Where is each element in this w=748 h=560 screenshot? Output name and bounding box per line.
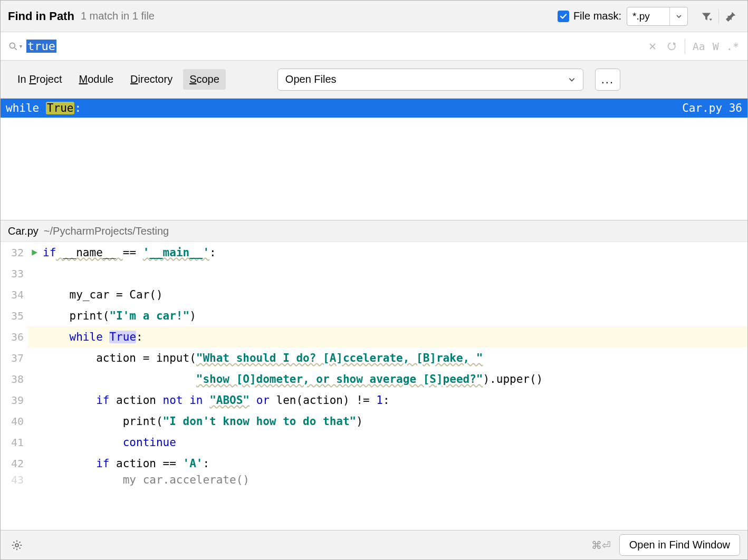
footer: ⌘⏎ Open in Find Window [1,530,747,559]
code-line: while True: [41,326,143,347]
dialog-title: Find in Path [8,9,74,23]
scope-select-value: Open Files [285,73,337,85]
line-number: 34 [1,284,28,305]
scope-bar: In Project Module Directory Scope Open F… [1,61,747,99]
code-preview[interactable]: 32 if __name__ == '__main__': 33 34 my_c… [1,242,747,530]
code-line: if __name__ == '__main__': [41,242,216,263]
code-line: action = input("What should I do? [A]cce… [41,347,483,369]
scope-more-button[interactable]: ... [595,69,620,91]
svg-marker-4 [32,249,37,256]
filemask-dropdown-button[interactable] [669,7,687,25]
scope-select[interactable]: Open Files [277,69,583,91]
line-number: 37 [1,347,28,369]
previous-search-icon[interactable] [663,37,680,55]
code-line: continue [41,432,176,453]
line-number: 33 [1,263,28,284]
run-gutter-icon[interactable] [28,249,41,256]
divider [718,9,719,24]
scope-tab-project[interactable]: In Project [11,69,69,90]
result-row[interactable]: while True: Car.py 36 [1,99,747,118]
result-text: while True: [6,102,81,114]
results-list: while True: Car.py 36 [1,99,747,220]
search-text-selected: true [26,40,56,53]
code-line: print("I don't know how to do that") [41,411,363,432]
divider [685,39,685,54]
code-line: my_car = Car() [41,284,163,305]
words-toggle[interactable]: W [709,40,722,53]
scope-tab-module[interactable]: Module [73,69,120,90]
line-number: 41 [1,432,28,453]
preview-header: Car.py ~/PycharmProjects/Testing [1,220,747,242]
line-number: 32 [1,242,28,263]
code-line: "show [O]dometer, or show average [S]pee… [41,369,543,390]
svg-point-1 [9,43,15,48]
filemask-input-group [627,7,688,26]
code-line: my_car.accelerate() [41,474,250,486]
search-icon [6,41,21,52]
case-sensitive-toggle[interactable]: Aa [689,40,708,53]
result-location: Car.py 36 [682,102,742,114]
line-number: 39 [1,390,28,411]
svg-marker-0 [709,18,713,21]
preview-path: ~/PycharmProjects/Testing [44,225,169,237]
search-input[interactable]: true [26,40,644,53]
pin-icon[interactable] [722,7,740,25]
filemask-checkbox[interactable] [558,11,569,22]
scope-tab-directory[interactable]: Directory [124,69,179,90]
code-line: if action == 'A': [41,453,209,474]
scope-tab-scope[interactable]: Scope [183,69,226,90]
line-number: 40 [1,411,28,432]
match-summary: 1 match in 1 file [81,10,155,22]
gear-icon[interactable] [8,536,26,554]
filemask-label: File mask: [573,10,621,22]
shortcut-hint: ⌘⏎ [591,539,611,552]
filter-icon[interactable] [697,7,715,25]
svg-point-5 [15,544,18,547]
code-line: if action not in "ABOS" or len(action) !… [41,390,390,411]
open-in-find-window-button[interactable]: Open in Find Window [619,534,740,556]
line-number: 42 [1,453,28,474]
svg-line-2 [15,47,17,50]
line-number: 43 [1,474,28,486]
line-number: 35 [1,305,28,326]
preview-filename: Car.py [8,225,39,237]
line-number: 36 [1,326,28,347]
search-history-dropdown[interactable]: ▾ [20,43,22,49]
search-bar: ▾ true Aa W .* [1,32,747,61]
titlebar: Find in Path 1 match in 1 file File mask… [1,1,747,32]
clear-icon[interactable] [644,37,661,55]
line-number: 38 [1,369,28,390]
find-in-path-dialog: Find in Path 1 match in 1 file File mask… [0,0,748,560]
code-line: print("I'm a car!") [41,305,196,326]
regex-toggle[interactable]: .* [723,40,742,53]
filemask-input[interactable] [627,8,669,24]
